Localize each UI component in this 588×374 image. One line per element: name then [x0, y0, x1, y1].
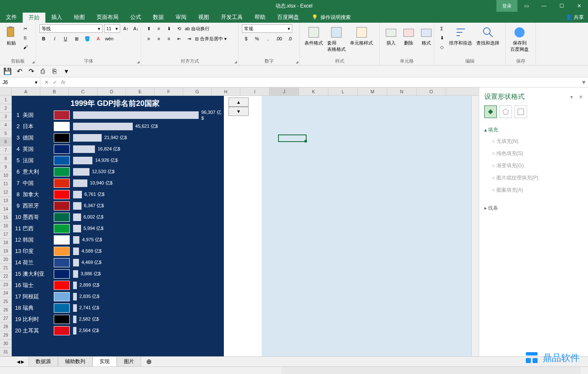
shrink-font-button[interactable]: A↓ [132, 24, 140, 33]
fill-option[interactable]: ○ 纯色填充(S) [484, 147, 583, 160]
menu-view[interactable]: 视图 [192, 12, 215, 23]
row-header-11[interactable]: 11 [0, 180, 12, 188]
dec-decimal-button[interactable]: .0 [286, 34, 294, 43]
font-size-combo[interactable]: 11▾ [104, 24, 120, 33]
grow-font-button[interactable]: A↑ [122, 24, 130, 33]
name-box[interactable]: J6▾ [0, 77, 40, 87]
indent-inc-button[interactable]: ⇥ [185, 34, 193, 43]
fx-icon[interactable]: fx [61, 79, 65, 85]
row-header-1[interactable]: 1 [0, 96, 12, 104]
row-header-7[interactable]: 7 [0, 146, 12, 155]
menu-review[interactable]: 审阅 [170, 12, 192, 23]
table-format-button[interactable]: 套用 表格格式 [326, 24, 347, 54]
italic-button[interactable]: I [50, 34, 59, 43]
row-header-2[interactable]: 2 [0, 104, 12, 113]
minimize-icon[interactable]: — [535, 0, 553, 12]
line-section-header[interactable]: ▸ 线条 [484, 203, 583, 213]
col-header-D[interactable]: D [97, 87, 126, 95]
sheet-tab[interactable]: 实现 [92, 356, 117, 367]
col-header-F[interactable]: F [155, 87, 183, 95]
baidu-save-button[interactable]: 保存到 百度网盘 [509, 24, 530, 54]
menu-draw[interactable]: 绘图 [68, 12, 91, 23]
col-header-L[interactable]: L [328, 87, 358, 95]
delete-cells-button[interactable]: 删除 [401, 24, 417, 47]
menu-file[interactable]: 文件 [0, 12, 23, 23]
selected-cell[interactable] [278, 134, 307, 142]
pane-options-icon[interactable]: ▾ [570, 94, 573, 100]
fill-option[interactable]: ○ 渐变填充(G) [484, 160, 583, 172]
menu-layout[interactable]: 页面布局 [91, 12, 124, 23]
format-painter-button[interactable]: 🖌 [21, 43, 29, 51]
cells-area[interactable]: 1999年 GDP排名前20国家 1美国96,307 亿$2日本45,621 亿… [12, 96, 471, 356]
fill-button[interactable]: ⬇ [438, 34, 446, 42]
bold-button[interactable]: B [39, 34, 48, 43]
row-header-12[interactable]: 12 [0, 188, 12, 197]
row-header-13[interactable]: 13 [0, 197, 12, 205]
close-icon[interactable]: ✕ [570, 0, 588, 12]
horizontal-scrollbar[interactable] [0, 366, 588, 374]
row-header-20[interactable]: 20 [0, 255, 12, 264]
clipboard-launcher-icon[interactable]: ◢ [32, 60, 34, 64]
row-header-17[interactable]: 17 [0, 230, 12, 239]
redo-button[interactable]: ↷ [27, 67, 35, 76]
percent-button[interactable]: % [253, 34, 261, 43]
menu-insert[interactable]: 插入 [45, 12, 68, 23]
col-header-G[interactable]: G [183, 87, 212, 95]
col-header-M[interactable]: M [358, 87, 387, 95]
menu-formulas[interactable]: 公式 [124, 12, 147, 23]
align-launcher-icon[interactable]: ◢ [234, 60, 237, 64]
clear-button[interactable]: ◇ [438, 43, 446, 51]
comma-button[interactable]: , [264, 34, 272, 43]
font-name-combo[interactable]: 等线▾ [39, 24, 102, 33]
underline-button[interactable]: U [61, 34, 70, 43]
sheet-tab[interactable]: 数据源 [29, 356, 58, 367]
accounting-button[interactable]: $ [242, 34, 250, 43]
align-left-button[interactable]: ≡ [144, 34, 153, 43]
phonetic-button[interactable]: wén [105, 34, 113, 43]
qat-btn2[interactable]: ⎘ [50, 67, 59, 76]
row-header-6[interactable]: 6 [0, 138, 12, 146]
sheet-tab[interactable]: 图片 [117, 356, 141, 367]
align-top-button[interactable]: ⬆ [144, 24, 153, 33]
sheet-tab[interactable]: 辅助数列 [58, 356, 92, 367]
row-header-23[interactable]: 23 [0, 281, 12, 289]
effects-tab[interactable] [499, 105, 512, 118]
qat-btn1[interactable]: ⎙ [39, 67, 47, 76]
row-header-25[interactable]: 25 [0, 298, 12, 306]
row-header-19[interactable]: 19 [0, 247, 12, 255]
tell-me-search[interactable]: 💡操作说明搜索 [312, 14, 351, 21]
col-header-E[interactable]: E [126, 87, 155, 95]
spinner-down-button[interactable]: ▼ [228, 107, 249, 116]
col-header-I[interactable]: I [240, 87, 270, 95]
row-header-24[interactable]: 24 [0, 289, 12, 298]
row-header-21[interactable]: 21 [0, 264, 12, 272]
col-header-N[interactable]: N [387, 87, 417, 95]
share-button[interactable]: 👤共享 [566, 14, 584, 21]
menu-baidu[interactable]: 百度网盘 [271, 12, 305, 23]
row-header-14[interactable]: 14 [0, 205, 12, 213]
size-tab[interactable] [514, 105, 527, 118]
orientation-button[interactable]: ⟲ [175, 24, 183, 33]
cancel-icon[interactable]: ✕ [45, 79, 49, 85]
row-header-9[interactable]: 9 [0, 163, 12, 171]
row-header-26[interactable]: 26 [0, 306, 12, 314]
merge-button[interactable]: ⊟ 合并后居中 ▾ [195, 34, 227, 43]
pane-close-icon[interactable]: ✕ [579, 94, 583, 100]
row-header-10[interactable]: 10 [0, 171, 12, 180]
find-select-button[interactable]: 查找和选择 [475, 24, 501, 47]
fill-color-button[interactable]: 🪣 [83, 34, 92, 43]
align-center-button[interactable]: ≡ [155, 34, 163, 43]
menu-help[interactable]: 帮助 [249, 12, 271, 23]
align-bottom-button[interactable]: ⬇ [165, 24, 173, 33]
row-header-27[interactable]: 27 [0, 314, 12, 323]
row-header-29[interactable]: 29 [0, 331, 12, 340]
fill-line-tab[interactable] [484, 105, 497, 118]
login-button[interactable]: 登录 [496, 0, 517, 12]
vertical-scrollbar[interactable] [471, 96, 479, 356]
col-header-J[interactable]: J [270, 87, 299, 95]
font-launcher-icon[interactable]: ◢ [137, 60, 139, 64]
cell-styles-button[interactable]: 单元格样式 [349, 24, 374, 47]
qat-more[interactable]: ▾ [62, 67, 71, 76]
row-header-16[interactable]: 16 [0, 222, 12, 230]
cond-format-button[interactable]: 条件格式 [303, 24, 324, 47]
